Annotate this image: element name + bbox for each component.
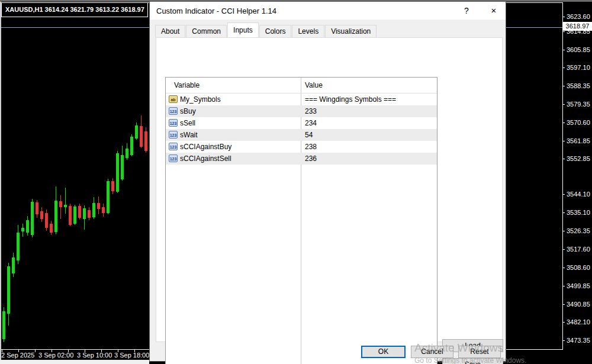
window-frame-bottom [0, 360, 149, 364]
table-row[interactable]: abMy_Symbols=== Wingdings Symbols === [166, 94, 437, 105]
price-tick [562, 249, 565, 250]
candle [26, 220, 29, 233]
close-icon[interactable]: × [481, 2, 507, 20]
price-tick [562, 31, 565, 32]
price-axis-label: 3508.60 [567, 264, 590, 271]
price-axis-label: 3535.10 [567, 209, 590, 216]
parameters-table: Variable Value abMy_Symbols=== Wingdings… [165, 77, 437, 364]
price-axis-label: 3490.85 [567, 301, 590, 308]
candle [140, 126, 143, 147]
price-tick [562, 104, 565, 105]
price-tick [562, 194, 565, 195]
param-value[interactable]: 236 [305, 154, 317, 163]
candle [121, 155, 124, 179]
price-axis-separator [562, 2, 563, 350]
price-axis-label: 3588.35 [567, 82, 590, 89]
tab-about[interactable]: About [155, 25, 185, 37]
price-tick [562, 141, 565, 141]
tab-strip: AboutCommonInputsColorsLevelsVisualizati… [155, 23, 377, 37]
table-row[interactable]: 123sWait54 [166, 129, 437, 141]
candle [40, 211, 43, 219]
table-row[interactable]: 123sBuy233 [166, 105, 437, 117]
price-axis-label: 3544.10 [567, 191, 590, 198]
chart-symbol-ohlc-label: XAUUSD,H1 3614.24 3621.79 3613.22 3618.9… [1, 2, 148, 17]
price-tick [562, 123, 565, 123]
param-name: sBuy [180, 107, 196, 115]
candle [64, 205, 67, 207]
time-axis-label: 3 Sep 10:00 [77, 352, 112, 359]
table-row[interactable]: 123sSell234 [166, 117, 437, 129]
candle [97, 203, 100, 209]
param-name: My_Symbols [180, 95, 221, 104]
ok-button[interactable]: OK [361, 346, 406, 358]
candle [116, 153, 119, 192]
dialog-title: Custom Indicator - CCI Helper 1.14 [156, 7, 276, 15]
tab-visualization[interactable]: Visualization [325, 25, 377, 37]
numeric-param-icon: 123 [169, 131, 178, 138]
time-axis-label: 2 Sep 2025 [1, 352, 34, 359]
numeric-param-icon: 123 [169, 119, 178, 127]
price-tick [562, 17, 565, 17]
param-value[interactable]: === Wingdings Symbols === [305, 95, 396, 104]
tab-inputs[interactable]: Inputs [227, 22, 259, 37]
price-axis-label: 3473.35 [567, 337, 590, 344]
time-tick [35, 350, 36, 352]
numeric-param-icon: 123 [169, 154, 178, 162]
param-name: sCCIAgainstSell [180, 154, 231, 163]
param-value[interactable]: 233 [305, 107, 317, 115]
candle [17, 233, 20, 260]
price-tick [562, 50, 565, 50]
column-header-variable: Variable [174, 78, 200, 93]
time-axis-label: 3 Sep 02:00 [38, 352, 73, 359]
candle [31, 202, 34, 235]
indicator-dialog: Custom Indicator - CCI Helper 1.14 ? × A… [149, 1, 506, 362]
candle [83, 208, 86, 219]
dialog-titlebar[interactable]: Custom Indicator - CCI Helper 1.14 ? × [150, 2, 506, 20]
numeric-param-icon: 123 [169, 107, 178, 115]
candle [45, 213, 48, 228]
tab-colors[interactable]: Colors [259, 25, 292, 37]
price-axis-label: 3517.60 [567, 246, 590, 253]
candle [54, 201, 57, 232]
tab-common[interactable]: Common [186, 25, 227, 37]
candle [36, 202, 38, 214]
candle [88, 210, 91, 218]
candle [50, 224, 53, 233]
param-name: sCCIAgainstBuy [180, 143, 231, 151]
help-button[interactable]: ? [453, 2, 480, 20]
price-axis-label: 3570.60 [567, 119, 590, 126]
param-value[interactable]: 238 [305, 143, 317, 151]
price-axis-label: 3561.85 [567, 137, 590, 144]
param-name: sWait [180, 131, 198, 139]
price-axis-label: 3552.85 [567, 155, 590, 162]
candle [69, 206, 72, 225]
table-row[interactable]: 123sCCIAgainstBuy238 [166, 141, 437, 153]
activate-windows-watermark: Activate Windows [414, 342, 503, 355]
candle [73, 207, 76, 224]
param-value[interactable]: 54 [305, 131, 313, 139]
price-tick [562, 286, 565, 286]
mt4-chart-window: XAUUSD,H1 3614.24 3621.79 3613.22 3618.9… [0, 0, 592, 364]
candle [21, 228, 24, 231]
candle [111, 181, 114, 191]
price-axis-label: 3526.35 [567, 227, 590, 234]
price-axis-label: 3623.60 [567, 13, 590, 20]
candle [135, 125, 138, 138]
candle [126, 149, 128, 158]
candle [78, 206, 81, 218]
price-axis-label: 3579.35 [567, 101, 590, 108]
param-name: sSell [180, 119, 195, 127]
param-value[interactable]: 234 [305, 119, 317, 127]
candle [12, 257, 15, 273]
column-header-value: Value [305, 78, 323, 93]
price-tick [562, 159, 565, 159]
window-frame-left [0, 2, 1, 362]
activate-windows-watermark-sub: Go to Settings to activate Windows. [414, 356, 526, 364]
candle [102, 207, 105, 213]
current-price-tag: 3618.97 [563, 22, 592, 31]
table-row[interactable]: 123sCCIAgainstSell236 [166, 153, 437, 165]
candle [59, 201, 62, 207]
tab-levels[interactable]: Levels [292, 25, 324, 37]
candle [144, 131, 147, 151]
candle [92, 203, 95, 217]
